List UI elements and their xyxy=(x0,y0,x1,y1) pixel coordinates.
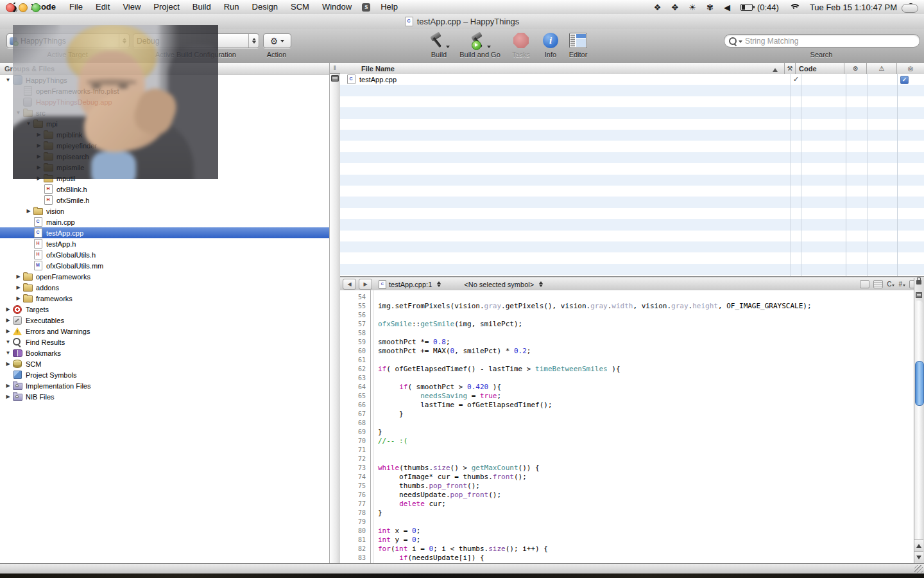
line-number[interactable]: 66 xyxy=(340,401,372,410)
line-number[interactable]: 61 xyxy=(340,356,372,365)
disclosure-right-icon[interactable]: ▶ xyxy=(4,328,12,334)
growl-icon[interactable]: ✾ xyxy=(701,3,719,12)
scrollbar-track[interactable] xyxy=(914,301,923,539)
stepper-icon[interactable] xyxy=(437,281,441,287)
volume-icon[interactable]: ◀ xyxy=(719,3,735,12)
sidebar-item-addons[interactable]: ▶addons xyxy=(0,282,329,293)
search-input[interactable]: String Matching xyxy=(724,34,920,48)
disclosure-right-icon[interactable]: ▶ xyxy=(24,208,33,214)
sidebar-item-main-cpp[interactable]: Cmain.cpp xyxy=(0,216,329,227)
disclosure-right-icon[interactable]: ▶ xyxy=(4,394,12,399)
menu-item-project[interactable]: Project xyxy=(147,0,185,14)
sidebar-item-find-results[interactable]: ▼Find Results xyxy=(0,337,329,347)
stepper-icon[interactable] xyxy=(539,281,543,287)
line-number[interactable]: 54 xyxy=(340,293,372,302)
back-button[interactable]: ◀ xyxy=(343,279,356,290)
brightness-icon[interactable]: ☀ xyxy=(683,3,701,12)
menu-item-file[interactable]: File xyxy=(63,0,89,14)
toolbar-toggle-button[interactable] xyxy=(902,4,918,13)
line-number[interactable]: 82 xyxy=(340,545,372,554)
scroll-up-button[interactable] xyxy=(914,539,923,551)
line-number[interactable]: 75 xyxy=(340,482,372,491)
sidebar-item-implementation-files[interactable]: ▶Implementation Files xyxy=(0,380,329,391)
sidebar-item-ofxblink-h[interactable]: HofxBlink.h xyxy=(0,184,329,195)
forward-button[interactable]: ▶ xyxy=(359,279,372,290)
sidebar-item-executables[interactable]: ▶Executables xyxy=(0,315,329,326)
line-number[interactable]: 55 xyxy=(340,302,372,311)
menu-item-scm[interactable]: SCM xyxy=(284,0,316,14)
code-editor[interactable]: 5455img.setFromPixels(vision.gray.getPix… xyxy=(340,290,914,563)
sidebar-item-project-symbols[interactable]: Project Symbols xyxy=(0,369,329,380)
disclosure-right-icon[interactable]: ▶ xyxy=(4,317,12,323)
menu-item-view[interactable]: View xyxy=(116,0,147,14)
line-number[interactable]: 68 xyxy=(340,419,372,428)
sidebar-item-ofxsmile-h[interactable]: HofxSmile.h xyxy=(0,195,329,206)
line-number[interactable]: 70 xyxy=(340,437,372,446)
build-and-go-button[interactable]: Build and Go xyxy=(459,31,501,60)
line-number[interactable]: 79 xyxy=(340,518,372,527)
disclosure-right-icon[interactable]: ▶ xyxy=(4,361,12,367)
disclosure-right-icon[interactable]: ▶ xyxy=(14,285,22,290)
menu-item-xcode[interactable]: Xcode xyxy=(24,0,63,14)
column-build-status[interactable]: ⚒ xyxy=(784,63,795,74)
line-number[interactable]: 60 xyxy=(340,347,372,356)
pane-toggle-icon[interactable] xyxy=(331,75,339,82)
sidebar-item-testapp-h[interactable]: HtestApp.h xyxy=(0,238,329,249)
dropbox-icon[interactable]: ❖ xyxy=(649,3,667,12)
symbol-popup[interactable]: <No selected symbol> xyxy=(464,281,534,288)
column-target-membership[interactable]: ◎ xyxy=(896,63,924,74)
splitter-handle-icon[interactable]: ‖ xyxy=(330,63,340,74)
line-number[interactable]: 59 xyxy=(340,338,372,347)
line-number[interactable]: 73 xyxy=(340,464,372,473)
line-number[interactable]: 80 xyxy=(340,527,372,536)
sidebar-item-frameworks[interactable]: ▶frameworks xyxy=(0,293,329,304)
wifi-menu[interactable] xyxy=(784,3,805,11)
disclosure-right-icon[interactable]: ▶ xyxy=(4,306,12,312)
minimize-button[interactable] xyxy=(19,3,28,12)
disclosure-right-icon[interactable]: ▶ xyxy=(14,295,22,301)
line-number[interactable]: 56 xyxy=(340,311,372,320)
split-editor-icon[interactable] xyxy=(916,292,922,298)
disclosure-down-icon[interactable]: ▼ xyxy=(4,350,12,356)
scrollbar-thumb[interactable] xyxy=(915,361,924,406)
line-number[interactable]: 76 xyxy=(340,491,372,500)
sidebar-item-ofxglobalutils-mm[interactable]: MofxGlobalUtils.mm xyxy=(0,260,329,271)
disclosure-down-icon[interactable]: ▼ xyxy=(4,339,12,345)
disclosure-right-icon[interactable]: ▶ xyxy=(4,383,12,389)
file-row-testapp[interactable]: C testApp.cpp ✓ ✓ xyxy=(340,74,924,85)
menu-item-window[interactable]: Window xyxy=(316,0,358,14)
disclosure-down-icon[interactable]: ▼ xyxy=(4,77,12,83)
action-button[interactable]: ⚙ xyxy=(263,33,291,48)
sidebar-item-targets[interactable]: ▶Targets xyxy=(0,304,329,315)
lock-icon[interactable] xyxy=(916,280,921,285)
line-number[interactable]: 74 xyxy=(340,473,372,482)
line-number[interactable]: 71 xyxy=(340,446,372,455)
line-number[interactable]: 62 xyxy=(340,365,372,374)
battery-indicator[interactable]: (0:44) xyxy=(735,3,784,12)
sidebar-item-errors-and-warnings[interactable]: ▶Errors and Warnings xyxy=(0,326,329,337)
sidebar-item-testapp-cpp[interactable]: CtestApp.cpp xyxy=(0,227,329,238)
build-button[interactable]: Build xyxy=(418,31,459,60)
applescript-icon[interactable]: S xyxy=(362,3,370,12)
spaces-icon[interactable]: ✥ xyxy=(666,3,683,12)
sidebar-item-ofxglobalutils-h[interactable]: HofxGlobalUtils.h xyxy=(0,249,329,260)
disclosure-right-icon[interactable]: ▶ xyxy=(14,274,22,279)
zoom-button[interactable] xyxy=(31,3,40,12)
menu-item-run[interactable]: Run xyxy=(218,0,246,14)
line-number[interactable]: 63 xyxy=(340,374,372,383)
close-button[interactable] xyxy=(6,3,15,12)
target-checkbox[interactable]: ✓ xyxy=(900,76,909,84)
menu-item-design[interactable]: Design xyxy=(246,0,284,14)
sidebar-item-scm[interactable]: ▶SCM xyxy=(0,358,329,369)
sidebar-item-vision[interactable]: ▶vision xyxy=(0,206,329,216)
sidebar-item-bookmarks[interactable]: ▼Bookmarks xyxy=(0,347,329,358)
sidebar-item-openframeworks[interactable]: ▶openFrameworks xyxy=(0,271,329,282)
line-number[interactable]: 78 xyxy=(340,509,372,518)
scroll-down-button[interactable] xyxy=(914,551,923,563)
line-number[interactable]: 64 xyxy=(340,383,372,392)
line-number[interactable]: 72 xyxy=(340,455,372,464)
counterpart-button[interactable]: C xyxy=(887,281,894,288)
line-number[interactable]: 58 xyxy=(340,329,372,338)
line-numbers-button[interactable]: # xyxy=(898,281,905,288)
bookmark-icon[interactable] xyxy=(860,280,869,288)
